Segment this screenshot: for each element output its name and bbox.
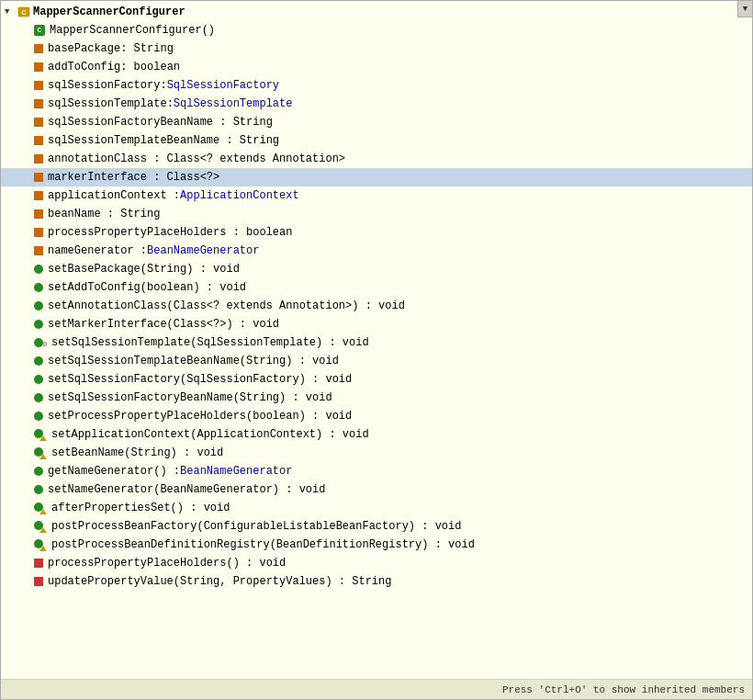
- method-label: setSqlSessionFactoryBeanName(String) : v…: [48, 390, 332, 406]
- method-label: setAnnotationClass(Class<? extends Annot…: [48, 298, 405, 314]
- method-label: postProcessBeanDefinitionRegistry(BeanDe…: [51, 536, 475, 553]
- method-setBeanName[interactable]: setBeanName(String) : void: [1, 444, 752, 462]
- method-tri-icon: [34, 446, 47, 459]
- method-label: setBeanName(String) : void: [51, 445, 223, 461]
- field-label: applicationContext :: [48, 187, 180, 204]
- method-gear-icon: ⚙: [34, 336, 47, 349]
- field-nameGenerator[interactable]: nameGenerator : BeanNameGenerator: [1, 242, 752, 260]
- field-sqlSessionFactoryBeanName[interactable]: sqlSessionFactoryBeanName : String: [1, 113, 752, 131]
- field-icon: [34, 44, 43, 53]
- field-sqlSessionTemplate[interactable]: sqlSessionTemplate : SqlSessionTemplate: [1, 95, 752, 113]
- method-icon: [34, 265, 43, 274]
- method-label: setMarkerInterface(Class<?>) : void: [48, 316, 279, 333]
- method-postProcessBeanDefinitionRegistry[interactable]: postProcessBeanDefinitionRegistry(BeanDe…: [1, 536, 752, 554]
- field-type: : String: [120, 40, 174, 57]
- field-label: annotationClass : Class<? extends Annota…: [48, 151, 345, 167]
- field-annotationClass[interactable]: annotationClass : Class<? extends Annota…: [1, 150, 752, 168]
- method-icon: [34, 356, 43, 366]
- status-text: Press 'Ctrl+O' to show inherited members: [502, 684, 745, 695]
- method-setMarkerInterface[interactable]: setMarkerInterface(Class<?>) : void: [1, 315, 752, 333]
- method-setAddToConfig[interactable]: setAddToConfig(boolean) : void: [1, 278, 752, 297]
- method-label: postProcessBeanFactory(ConfigurableLista…: [51, 518, 461, 535]
- field-label: processPropertyPlaceHolders : boolean: [48, 224, 292, 241]
- method-label: setBasePackage(String) : void: [48, 261, 240, 277]
- field-applicationContext[interactable]: applicationContext : ApplicationContext: [1, 186, 752, 205]
- field-icon: [34, 173, 43, 182]
- root-class-item[interactable]: ▼ C MapperScannerConfigurer: [1, 3, 752, 21]
- method-processPropertyPlaceHolders[interactable]: processPropertyPlaceHolders() : void: [1, 554, 752, 572]
- method-setNameGenerator[interactable]: setNameGenerator(BeanNameGenerator) : vo…: [1, 480, 752, 499]
- method-setApplicationContext[interactable]: setApplicationContext(ApplicationContext…: [1, 425, 752, 444]
- method-getNameGenerator[interactable]: getNameGenerator() : BeanNameGenerator: [1, 462, 752, 480]
- field-icon: [34, 136, 43, 145]
- field-basePkg[interactable]: basePackage : String: [1, 40, 752, 58]
- collapse-icon[interactable]: ▼: [5, 4, 16, 20]
- method-private-icon: [34, 559, 43, 568]
- scroll-down-indicator[interactable]: ▼: [743, 5, 747, 14]
- field-icon: [34, 246, 43, 255]
- method-tri-icon: [34, 520, 47, 533]
- method-icon: [34, 320, 43, 329]
- method-icon: [34, 393, 43, 402]
- method-tri-icon: [34, 502, 47, 514]
- method-icon: [34, 412, 43, 421]
- method-setBasePackage[interactable]: setBasePackage(String) : void: [1, 260, 752, 278]
- field-type: : boolean: [120, 59, 180, 75]
- field-type: :: [160, 77, 166, 94]
- method-icon: [34, 301, 43, 310]
- method-icon: [34, 467, 43, 476]
- method-label: setSqlSessionTemplate(SqlSessionTemplate…: [51, 334, 369, 351]
- field-markerInterface[interactable]: markerInterface : Class<?>: [1, 168, 752, 186]
- field-label: addToConfig: [48, 59, 120, 75]
- field-addToConfig[interactable]: addToConfig : boolean: [1, 58, 752, 76]
- method-afterPropertiesSet[interactable]: afterPropertiesSet() : void: [1, 499, 752, 517]
- field-label: basePackage: [48, 40, 120, 57]
- method-tri-icon: [34, 538, 47, 551]
- field-label: nameGenerator :: [48, 243, 147, 259]
- method-label: setApplicationContext(ApplicationContext…: [51, 426, 369, 443]
- field-label: sqlSessionFactory: [48, 77, 160, 94]
- method-label: setSqlSessionFactory(SqlSessionFactory) …: [48, 371, 352, 388]
- method-setSqlSessionTemplate[interactable]: ⚙ setSqlSessionTemplate(SqlSessionTempla…: [1, 333, 752, 352]
- method-setSqlSessionFactory[interactable]: setSqlSessionFactory(SqlSessionFactory) …: [1, 370, 752, 389]
- method-icon: [34, 375, 43, 384]
- method-tri-icon: [34, 428, 47, 441]
- field-label: markerInterface : Class<?>: [48, 169, 219, 186]
- method-setSqlSessionFactoryBeanName[interactable]: setSqlSessionFactoryBeanName(String) : v…: [1, 389, 752, 407]
- constructor-item[interactable]: C MapperScannerConfigurer(): [1, 21, 752, 40]
- method-label: updatePropertyValue(String, PropertyValu…: [48, 573, 391, 590]
- constructor-icon: C: [34, 25, 45, 36]
- method-icon: [34, 485, 43, 494]
- field-sqlSessionTemplateBeanName[interactable]: sqlSessionTemplateBeanName : String: [1, 131, 752, 150]
- method-label: setSqlSessionTemplateBeanName(String) : …: [48, 353, 339, 369]
- field-beanName[interactable]: beanName : String: [1, 205, 752, 223]
- field-icon: [34, 209, 43, 219]
- method-setSqlSessionTemplateBeanName[interactable]: setSqlSessionTemplateBeanName(String) : …: [1, 352, 752, 370]
- outline-panel: ▼ C MapperScannerConfigurer C MapperScan…: [1, 1, 752, 673]
- field-icon: [34, 154, 43, 164]
- method-postProcessBeanFactory[interactable]: postProcessBeanFactory(ConfigurableLista…: [1, 517, 752, 536]
- field-label: beanName : String: [48, 206, 160, 222]
- method-private-icon: [34, 577, 43, 586]
- method-label: getNameGenerator() :: [48, 463, 180, 480]
- method-setAnnotationClass[interactable]: setAnnotationClass(Class<? extends Annot…: [1, 297, 752, 315]
- field-icon: [34, 191, 43, 200]
- method-label: setAddToConfig(boolean) : void: [48, 279, 246, 296]
- method-icon: [34, 283, 43, 292]
- field-icon: [34, 81, 43, 90]
- method-label: processPropertyPlaceHolders() : void: [48, 555, 286, 571]
- field-icon: [34, 99, 43, 108]
- class-label: MapperScannerConfigurer: [33, 4, 185, 20]
- constructor-label: MapperScannerConfigurer(): [50, 22, 215, 39]
- field-label: sqlSessionTemplate: [48, 96, 167, 112]
- field-processPropertyPlaceHolders[interactable]: processPropertyPlaceHolders : boolean: [1, 223, 752, 242]
- status-bar: Press 'Ctrl+O' to show inherited members: [1, 679, 752, 699]
- field-icon: [34, 228, 43, 237]
- field-sqlSessionFactory[interactable]: sqlSessionFactory : SqlSessionFactory: [1, 76, 752, 95]
- svg-text:C: C: [21, 9, 26, 16]
- method-updatePropertyValue[interactable]: updatePropertyValue(String, PropertyValu…: [1, 572, 752, 591]
- field-icon: [34, 118, 43, 127]
- method-label: setProcessPropertyPlaceHolders(boolean) …: [48, 408, 352, 424]
- field-icon: [34, 62, 43, 72]
- method-setProcessPropertyPlaceHolders[interactable]: setProcessPropertyPlaceHolders(boolean) …: [1, 407, 752, 425]
